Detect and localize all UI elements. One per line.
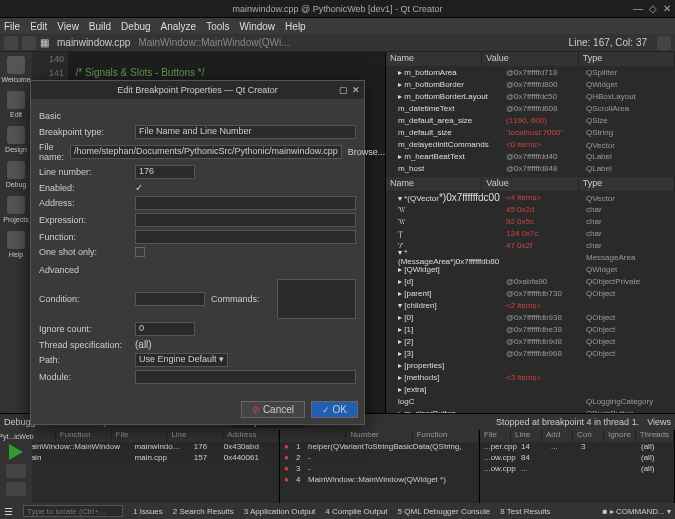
- bp-file-row[interactable]: ...per.cpp14...3(all): [480, 442, 674, 453]
- var-row[interactable]: ▸ [2]@0x7ffffffdb9d8QObject: [386, 335, 675, 347]
- status-pane-3[interactable]: 3 Application Output: [244, 507, 316, 516]
- stack-frame[interactable]: 2mainmain.cpp1570x440061: [0, 453, 279, 464]
- locator-input[interactable]: [23, 505, 123, 517]
- var-row[interactable]: ▸ [QWidget]QWidget: [386, 263, 675, 275]
- status-pane-1[interactable]: 1 Issues: [133, 507, 163, 516]
- var-row[interactable]: ▸ [methods]<3 items>: [386, 371, 675, 383]
- split-icon[interactable]: [657, 36, 671, 50]
- command-indicator[interactable]: ■ ▸ COMMAND... ▾: [603, 507, 671, 516]
- var-row[interactable]: ▸ [d]@0xabfa90QObjectPrivate: [386, 275, 675, 287]
- bp-file-row[interactable]: ...ow.cpp...(all): [480, 464, 674, 475]
- locator-icon[interactable]: ☰: [4, 506, 13, 517]
- stack-frame[interactable]: ▸ 1MainWindow::MainWindowmainwindo...176…: [0, 442, 279, 453]
- ok-button[interactable]: ✓ OK: [311, 401, 358, 418]
- expr-input[interactable]: [135, 213, 356, 227]
- var-row[interactable]: ▸ [0]@0x7ffffffdb938QObject: [386, 311, 675, 323]
- views-button[interactable]: Views: [647, 417, 671, 427]
- var-row[interactable]: m_delayedInitCommands<0 items>QVector: [386, 138, 675, 150]
- symbol-crumb[interactable]: MainWindow::MainWindow(QWi...: [138, 37, 289, 48]
- run-icon[interactable]: [9, 444, 23, 460]
- var-row[interactable]: '|'124 0x7cchar: [386, 227, 675, 239]
- menu-file[interactable]: File: [4, 21, 20, 32]
- menu-debug[interactable]: Debug: [121, 21, 150, 32]
- var-row[interactable]: ▾ *(QVector*)0x7ffffffdc00<4 items>QVect…: [386, 191, 675, 203]
- var-row[interactable]: ▸ [extra]: [386, 383, 675, 395]
- type-select[interactable]: File Name and Line Number: [135, 125, 356, 139]
- menu-analyze[interactable]: Analyze: [161, 21, 197, 32]
- var-row[interactable]: ▸ m_bottomBorder@0x7ffffffd800QWidget: [386, 78, 675, 90]
- var-row[interactable]: logCQLoggingCategory: [386, 395, 675, 407]
- line-input[interactable]: 176: [135, 165, 195, 179]
- mode-welcome[interactable]: Welcome: [4, 56, 28, 83]
- menu-edit[interactable]: Edit: [30, 21, 47, 32]
- breakpoint-row[interactable]: ●1helper(QVariantToStringBasicData(QStri…: [280, 442, 479, 453]
- var-row[interactable]: m_host@0x7ffffffd848QLabel: [386, 162, 675, 174]
- var-row[interactable]: ▸ m_clearButtonQPushButton: [386, 407, 675, 413]
- forward-icon[interactable]: [22, 36, 36, 50]
- status-pane-2[interactable]: 2 Search Results: [173, 507, 234, 516]
- line-col-indicator[interactable]: Line: 167, Col: 37: [569, 37, 647, 48]
- build-icon[interactable]: [6, 482, 26, 496]
- oneshot-checkbox[interactable]: [135, 247, 145, 257]
- status-pane-8[interactable]: 8 Test Results: [500, 507, 550, 516]
- address-input[interactable]: [135, 196, 356, 210]
- var-row[interactable]: ▸ m_heartBeatText@0x7ffffffdd40QLabel: [386, 150, 675, 162]
- bp-details-panel[interactable]: FileLineAddConIgnoreThreads ...per.cpp14…: [480, 430, 675, 503]
- mode-projects[interactable]: Projects: [4, 196, 28, 223]
- menu-view[interactable]: View: [57, 21, 79, 32]
- cond-input[interactable]: [135, 292, 205, 306]
- breakpoints-panel[interactable]: NumberFunction ●1helper(QVariantToString…: [280, 430, 480, 503]
- menu-window[interactable]: Window: [240, 21, 276, 32]
- vars-tree[interactable]: ▸ m_bottomArea@0x7ffffffd718QSplitter▸ m…: [386, 66, 675, 177]
- dialog-max-icon[interactable]: ▢: [339, 85, 348, 95]
- col-value[interactable]: Value: [482, 52, 578, 66]
- var-row[interactable]: ▸ [1]@0x7ffffffdbe38QObject: [386, 323, 675, 335]
- col-name[interactable]: Name: [386, 177, 482, 191]
- var-row[interactable]: ▸ [parent]@0x7ffffffdb730QObject: [386, 287, 675, 299]
- mode-debug[interactable]: Debug: [4, 161, 28, 188]
- col-type[interactable]: Type: [579, 52, 675, 66]
- debug-run-icon[interactable]: [6, 464, 26, 478]
- dialog-close-icon[interactable]: ✕: [352, 85, 360, 95]
- enabled-checkbox[interactable]: ✓: [135, 182, 143, 193]
- status-pane-4[interactable]: 4 Compile Output: [325, 507, 387, 516]
- ignore-input[interactable]: 0: [135, 322, 195, 336]
- var-row[interactable]: m_datetimeText@0x7ffffffd608QScrollArea: [386, 102, 675, 114]
- var-row[interactable]: '\\'45 0x2dchar: [386, 203, 675, 215]
- mode-design[interactable]: Design: [4, 126, 28, 153]
- close-icon[interactable]: ✕: [663, 3, 671, 14]
- func-input[interactable]: [135, 230, 356, 244]
- var-row[interactable]: ▸ [properties]: [386, 359, 675, 371]
- menu-help[interactable]: Help: [285, 21, 306, 32]
- dialog-titlebar[interactable]: Edit Breakpoint Properties — Qt Creator …: [31, 81, 364, 99]
- var-row[interactable]: m_default_area_size(1190, 600)QSize: [386, 114, 675, 126]
- browse-button[interactable]: Browse...: [348, 147, 386, 157]
- menu-tools[interactable]: Tools: [206, 21, 229, 32]
- status-pane-5[interactable]: 5 QML Debugger Console: [398, 507, 491, 516]
- breakpoint-row[interactable]: ●3-: [280, 464, 479, 475]
- col-type[interactable]: Type: [579, 177, 675, 191]
- menu-build[interactable]: Build: [89, 21, 111, 32]
- var-row[interactable]: ▾ *(MessageArea*)0x7ffffffdb80MessageAre…: [386, 251, 675, 263]
- module-input[interactable]: [135, 370, 356, 384]
- cancel-button[interactable]: ⊘ Cancel: [241, 401, 305, 418]
- mode-help[interactable]: Help: [4, 231, 28, 258]
- path-select[interactable]: Use Engine Default ▾: [135, 353, 228, 367]
- var-row[interactable]: ▸ [3]@0x7ffffffdb968QObject: [386, 347, 675, 359]
- breakpoint-row[interactable]: ●4MainWindow::MainWindow(QWidget *): [280, 475, 479, 486]
- bp-file-row[interactable]: ...ow.cpp84(all): [480, 453, 674, 464]
- target-label[interactable]: Pyt...icWeb: [0, 433, 34, 440]
- stack-panel[interactable]: LevFunctionFileLineAddress ▸ 1MainWindow…: [0, 430, 280, 503]
- var-row[interactable]: '\\'92 0x5cchar: [386, 215, 675, 227]
- var-row[interactable]: m_default_size"localhost:7000"QString: [386, 126, 675, 138]
- col-name[interactable]: Name: [386, 52, 482, 66]
- file-input[interactable]: /home/stephan/Documents/PythonicSrc/Pyth…: [70, 145, 342, 159]
- vars-tree-2[interactable]: ▾ *(QVector*)0x7ffffffdc00<4 items>QVect…: [386, 191, 675, 413]
- file-crumb[interactable]: mainwindow.cpp: [57, 37, 130, 48]
- var-row[interactable]: ▸ m_bottomArea@0x7ffffffd718QSplitter: [386, 66, 675, 78]
- var-row[interactable]: ▾ [children]<2 items>: [386, 299, 675, 311]
- mode-edit[interactable]: Edit: [4, 91, 28, 118]
- cmd-input[interactable]: [277, 279, 356, 319]
- col-value[interactable]: Value: [482, 177, 578, 191]
- var-row[interactable]: ▸ m_bottomBorderLayout@0x7ffffffdc50QHBo…: [386, 90, 675, 102]
